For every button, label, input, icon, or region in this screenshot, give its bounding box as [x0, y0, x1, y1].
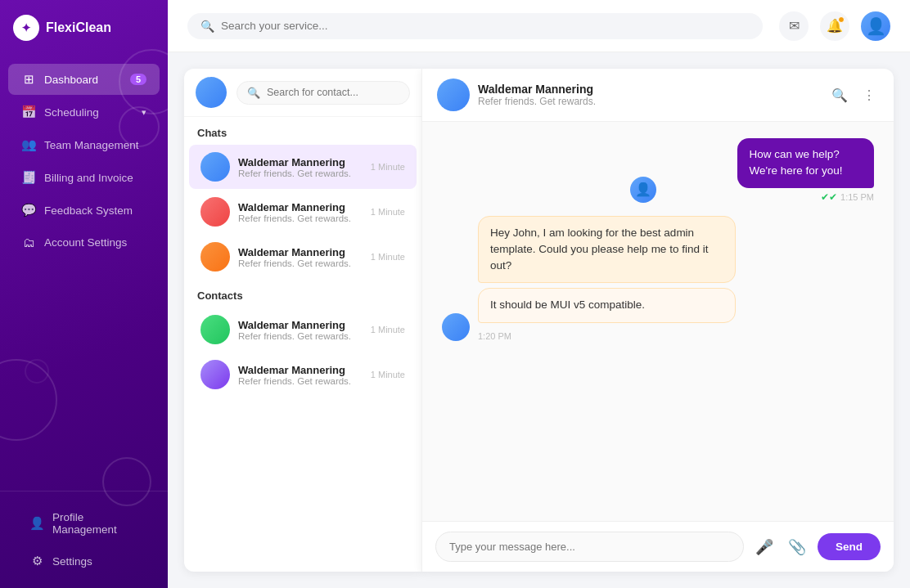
chat-name: Waldemar Mannering: [238, 246, 363, 258]
sidebar-item-account-settings[interactable]: 🗂 Account Settings: [8, 227, 160, 258]
sidebar-item-dashboard[interactable]: ⊞ Dashboard 5: [8, 64, 160, 95]
message-meta: ✔✔ 1:15 PM: [821, 191, 874, 203]
contact-time: 1 Minute: [371, 325, 405, 334]
chat-search-button[interactable]: 🔍: [828, 84, 851, 106]
active-contact-sub: Refer friends. Get rewards.: [478, 96, 820, 107]
dashboard-badge: 5: [130, 74, 146, 85]
team-icon: 👥: [21, 137, 36, 152]
message-time: 1:20 PM: [478, 331, 874, 341]
app-name: FlexiClean: [46, 20, 111, 35]
contact-name: Waldemar Mannering: [238, 364, 363, 376]
contact-search-box[interactable]: 🔍: [237, 81, 410, 105]
chat-list-panel: 🔍 Chats Waldemar Mannering Refer friends…: [184, 69, 421, 572]
profile-icon: 👤: [29, 516, 44, 531]
global-search-box[interactable]: 🔍: [187, 13, 763, 39]
mail-button[interactable]: ✉: [779, 11, 809, 41]
chat-name: Waldemar Mannering: [238, 156, 363, 168]
sidebar-item-profile[interactable]: 👤 Profile Management: [16, 503, 151, 544]
sidebar: ✦ FlexiClean ⊞ Dashboard 5 📅 Scheduling …: [0, 0, 168, 588]
chat-input-area: 🎤 📎 Send: [422, 521, 894, 572]
chat-header: Waldemar Mannering Refer friends. Get re…: [422, 69, 894, 122]
sidebar-item-label: Dashboard: [44, 74, 98, 86]
sidebar-item-team-management[interactable]: 👥 Team Management: [8, 129, 160, 160]
chat-header-actions: 🔍 ⋮: [828, 84, 879, 106]
attachment-button[interactable]: 📎: [785, 535, 809, 559]
message-text: Hey John, I am looking for the best admi…: [490, 227, 708, 272]
chat-item[interactable]: Waldemar Mannering Refer friends. Get re…: [189, 190, 417, 234]
scheduling-icon: 📅: [21, 105, 36, 119]
sidebar-item-label: Scheduling: [44, 106, 99, 119]
send-button[interactable]: Send: [818, 533, 881, 560]
topbar: 🔍 ✉ 🔔 👤: [168, 0, 910, 52]
contact-name: Waldemar Mannering: [238, 319, 363, 331]
chat-name: Waldemar Mannering: [238, 201, 363, 213]
chat-list-top: 🔍: [184, 69, 421, 117]
contacts-section-label: Contacts: [184, 280, 421, 307]
contact-item[interactable]: Waldemar Mannering Refer friends. Get re…: [189, 307, 417, 352]
sidebar-item-scheduling[interactable]: 📅 Scheduling ▾: [8, 97, 160, 128]
chat-item[interactable]: Waldemar Mannering Refer friends. Get re…: [189, 145, 417, 189]
contact-sub: Refer friends. Get rewards.: [238, 331, 363, 341]
notification-dot: [838, 16, 845, 23]
chat-item[interactable]: Waldemar Mannering Refer friends. Get re…: [189, 235, 417, 279]
chat-more-button[interactable]: ⋮: [859, 84, 879, 106]
chat-info: Waldemar Mannering Refer friends. Get re…: [238, 201, 363, 223]
chat-info: Waldemar Mannering Refer friends. Get re…: [238, 246, 363, 268]
message-text: It should be MUI v5 compatible.: [490, 298, 645, 311]
sidebar-item-settings[interactable]: ⚙ Settings: [16, 545, 151, 577]
chats-section-label: Chats: [184, 117, 421, 144]
sidebar-nav: ⊞ Dashboard 5 📅 Scheduling ▾ 👥 Team Mana…: [0, 56, 168, 491]
message-text: How can we help? We're here for you!: [749, 148, 842, 177]
account-icon: 🗂: [21, 236, 36, 249]
logo-icon: ✦: [13, 15, 39, 41]
contact-avatar: [200, 315, 230, 344]
avatar-image: 👤: [866, 16, 886, 36]
contact-item[interactable]: Waldemar Mannering Refer friends. Get re…: [189, 352, 417, 397]
message-input[interactable]: [435, 532, 744, 562]
app-logo: ✦ FlexiClean: [0, 0, 168, 56]
sidebar-bottom-label: Profile Management: [52, 511, 138, 536]
chat-info: Waldemar Mannering Refer friends. Get re…: [238, 156, 363, 178]
message-time: 1:15 PM: [840, 192, 874, 202]
sidebar-item-feedback[interactable]: 💬 Feedback System: [8, 195, 160, 226]
microphone-button[interactable]: 🎤: [752, 535, 777, 559]
message-bubble: It should be MUI v5 compatible.: [478, 288, 736, 322]
chat-avatar: [200, 242, 230, 272]
user-avatar-topbar[interactable]: 👤: [861, 11, 890, 41]
contact-search-input[interactable]: [267, 87, 399, 98]
contact-sub: Refer friends. Get rewards.: [238, 376, 363, 386]
chevron-down-icon: ▾: [142, 107, 146, 118]
message-bubble: How can we help? We're here for you!: [737, 138, 874, 188]
notification-button[interactable]: 🔔: [820, 11, 849, 41]
global-search-input[interactable]: [221, 20, 750, 32]
feedback-icon: 💬: [21, 203, 36, 218]
chat-sub: Refer friends. Get rewards.: [238, 258, 363, 268]
message-bubble: Hey John, I am looking for the best admi…: [478, 216, 736, 284]
contact-search-icon: 🔍: [247, 87, 260, 99]
sidebar-item-label: Account Settings: [44, 236, 127, 249]
chat-time: 1 Minute: [371, 162, 405, 172]
chat-list-scroll: Chats Waldemar Mannering Refer friends. …: [184, 117, 421, 572]
sidebar-bottom-label: Settings: [52, 555, 92, 568]
search-icon: 🔍: [200, 20, 214, 33]
dashboard-icon: ⊞: [21, 72, 36, 87]
check-icon: ✔✔: [821, 191, 837, 203]
active-chat-avatar: [437, 79, 470, 111]
sidebar-item-label: Team Management: [44, 139, 139, 151]
chat-window: Waldemar Mannering Refer friends. Get re…: [421, 69, 894, 572]
content-area: 🔍 Chats Waldemar Mannering Refer friends…: [168, 52, 910, 588]
contact-time: 1 Minute: [371, 370, 405, 379]
incoming-avatar: [442, 313, 470, 341]
topbar-icons: ✉ 🔔 👤: [779, 11, 890, 41]
sidebar-item-billing[interactable]: 🧾 Billing and Invoice: [8, 162, 160, 193]
message-row-incoming: Hey John, I am looking for the best admi…: [442, 216, 874, 341]
sidebar-item-label: Feedback System: [44, 204, 133, 217]
chat-messages: How can we help? We're here for you! ✔✔ …: [422, 122, 894, 521]
contact-info: Waldemar Mannering Refer friends. Get re…: [238, 364, 363, 386]
billing-icon: 🧾: [21, 170, 36, 185]
chat-sub: Refer friends. Get rewards.: [238, 168, 363, 178]
sidebar-bottom: 👤 Profile Management ⚙ Settings: [0, 491, 168, 588]
chat-sub: Refer friends. Get rewards.: [238, 213, 363, 223]
active-contact-name: Waldemar Mannering: [478, 83, 820, 96]
current-user-avatar: [196, 77, 227, 108]
